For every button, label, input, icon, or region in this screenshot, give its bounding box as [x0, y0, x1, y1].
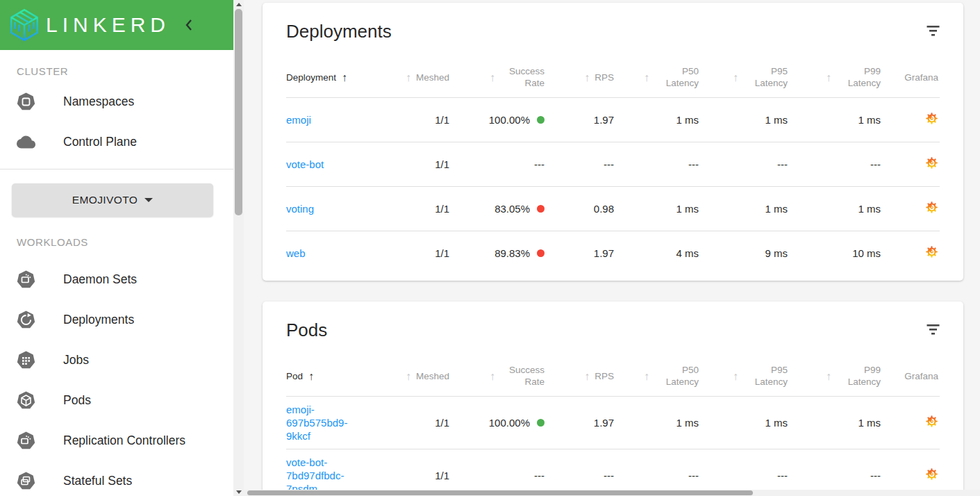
deployment-link[interactable]: vote-bot [286, 158, 324, 170]
sidebar-item-daemon-sets[interactable]: Daemon Sets [0, 259, 233, 299]
rps-value: --- [545, 142, 614, 187]
column-header-rps[interactable]: ↑RPS [545, 58, 614, 98]
namespace-selector-button[interactable]: EMOJIVOTO [12, 183, 213, 217]
p95-value: 1 ms [699, 98, 788, 142]
column-header-meshed[interactable]: ↑Meshed [383, 357, 449, 397]
p50-value: --- [614, 142, 699, 187]
sidebar-header: LINKERD [0, 0, 233, 50]
sort-arrow-icon: ↑ [490, 72, 495, 83]
success-rate-value: 100.00% [489, 113, 530, 126]
column-header-p99-latency[interactable]: ↑P99 Latency [788, 58, 881, 98]
sidebar-item-pods[interactable]: Pods [0, 380, 233, 420]
column-header-p95-latency[interactable]: ↑P95 Latency [699, 357, 788, 397]
p50-value: 1 ms [614, 187, 699, 231]
sidebar-item-replication-controllers[interactable]: Replication Controllers [0, 420, 233, 461]
sort-arrow-icon: ↑ [584, 370, 590, 382]
main-horizontal-scrollbar-thumb[interactable] [247, 490, 753, 495]
grafana-dashboard-link[interactable] [925, 415, 938, 428]
sidebar-item-control-plane[interactable]: Control Plane [0, 122, 233, 162]
column-header-success-rate[interactable]: ↑Success Rate [449, 58, 545, 98]
p95-value: --- [699, 449, 788, 490]
chevron-down-icon [144, 198, 153, 202]
linkerd-logo-icon [6, 8, 43, 42]
sort-arrow-icon: ↑ [826, 72, 831, 83]
p99-value: 1 ms [788, 397, 881, 449]
column-header-p50-latency[interactable]: ↑P50 Latency [614, 58, 699, 98]
filter-list-icon [927, 25, 940, 37]
status-dot [537, 116, 545, 124]
filter-button[interactable] [927, 324, 940, 338]
sidebar-item-label: Pods [63, 393, 91, 408]
p50-value: --- [614, 449, 699, 490]
table-row: voting 1/1 83.05% 0.98 1 ms 1 ms 1 ms [286, 187, 940, 231]
column-header-deployment[interactable]: Deployment↑ [286, 58, 383, 98]
table-row: emoji 1/1 100.00% 1.97 1 ms 1 ms 1 ms [286, 98, 940, 142]
deployments-header-row: Deployment↑ ↑Meshed ↑Success Rate ↑RPS ↑… [286, 58, 940, 98]
sidebar-item-namespaces[interactable]: Namespaces [0, 81, 233, 122]
meshed-value: 1/1 [383, 98, 449, 142]
main-horizontal-scrollbar[interactable] [244, 490, 980, 496]
column-header-pod[interactable]: Pod↑ [286, 357, 383, 397]
namespace-selector-label: EMOJIVOTO [72, 194, 138, 206]
column-header-rps[interactable]: ↑RPS [545, 357, 614, 397]
p99-value: --- [788, 449, 881, 490]
sort-arrow-icon: ↑ [733, 370, 738, 382]
sidebar: LINKERD CLUSTER Namespaces Control Plane… [0, 0, 233, 496]
sort-arrow-icon: ↑ [644, 370, 649, 382]
sidebar-collapse-button[interactable] [180, 16, 198, 34]
sort-arrow-icon: ↑ [406, 370, 411, 382]
filter-button[interactable] [927, 25, 940, 40]
success-rate-value: --- [534, 469, 545, 482]
stateful-sets-icon [17, 472, 35, 490]
main-content: Deployments Deployment↑ ↑Meshed ↑Success… [244, 0, 980, 490]
sidebar-item-label: Namespaces [63, 94, 134, 109]
sidebar-scrollbar[interactable] [233, 0, 244, 496]
sidebar-item-label: Replication Controllers [63, 433, 185, 448]
deployment-link[interactable]: web [286, 247, 306, 259]
rps-value: 1.97 [545, 231, 614, 276]
grafana-dashboard-link[interactable] [925, 156, 938, 170]
jobs-icon [17, 351, 35, 370]
p99-value: 10 ms [788, 231, 881, 276]
pod-link[interactable]: emoji-697b575bd9-9kkcf [286, 403, 364, 443]
column-header-p95-latency[interactable]: ↑P95 Latency [699, 58, 788, 98]
column-header-p99-latency[interactable]: ↑P99 Latency [788, 357, 881, 397]
namespaces-icon [17, 92, 35, 111]
deployment-link[interactable]: emoji [286, 114, 311, 126]
grafana-dashboard-link[interactable] [925, 112, 938, 125]
column-header-meshed[interactable]: ↑Meshed [383, 58, 449, 98]
sidebar-scrollbar-thumb[interactable] [235, 9, 242, 215]
meshed-value: 1/1 [383, 397, 449, 449]
chevron-left-icon [183, 19, 194, 31]
brand-title: LINKERD [46, 13, 170, 37]
column-header-success-rate[interactable]: ↑Success Rate [449, 357, 545, 397]
p95-value: 1 ms [699, 397, 788, 449]
grafana-dashboard-link[interactable] [925, 468, 938, 481]
sidebar-item-label: Deployments [63, 313, 134, 327]
scroll-up-arrow-icon[interactable] [233, 0, 244, 8]
sidebar-item-stateful-sets[interactable]: Stateful Sets [0, 461, 233, 496]
pod-link[interactable]: vote-bot-7bd97dfbdc-7psdm [286, 456, 364, 490]
success-rate-value: --- [534, 158, 545, 171]
pods-card-title: Pods [286, 320, 327, 340]
p99-value: 1 ms [788, 98, 881, 142]
sidebar-item-deployments[interactable]: Deployments [0, 299, 233, 340]
scroll-down-arrow-icon[interactable] [233, 488, 244, 496]
sidebar-item-label: Control Plane [63, 135, 137, 149]
rps-value: 0.98 [545, 187, 614, 231]
daemon-sets-icon [17, 270, 35, 289]
grafana-dashboard-link[interactable] [925, 245, 938, 258]
pods-header-row: Pod↑ ↑Meshed ↑Success Rate ↑RPS ↑P50 Lat… [286, 357, 940, 397]
sidebar-item-label: Jobs [63, 353, 89, 367]
column-header-grafana: Grafana [881, 58, 940, 98]
column-header-p50-latency[interactable]: ↑P50 Latency [614, 357, 699, 397]
sidebar-item-jobs[interactable]: Jobs [0, 340, 233, 380]
p50-value: 4 ms [614, 231, 699, 276]
rps-value: --- [545, 449, 614, 490]
deployments-icon [17, 311, 35, 329]
p95-value: 9 ms [699, 231, 788, 276]
grafana-icon [925, 156, 938, 170]
sort-arrow-icon: ↑ [733, 72, 738, 83]
grafana-dashboard-link[interactable] [925, 201, 938, 214]
deployment-link[interactable]: voting [286, 203, 314, 215]
